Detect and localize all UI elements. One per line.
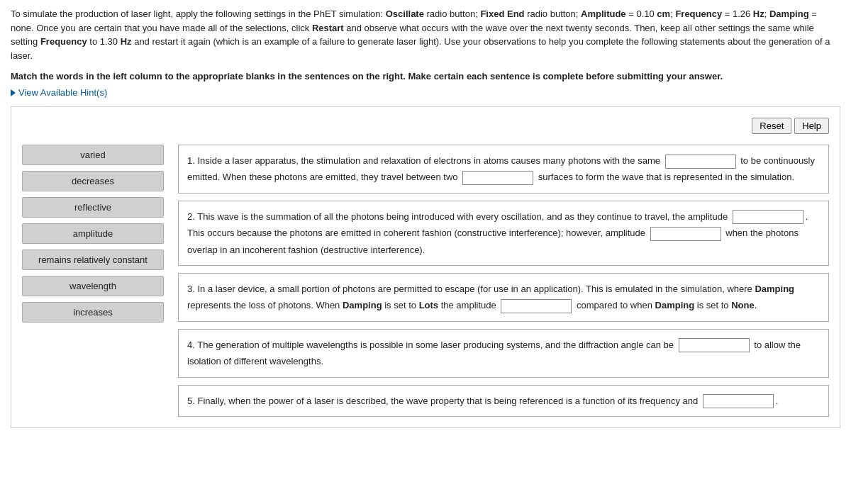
sentence-4-box: 4. The generation of multiple wavelength… [178, 329, 829, 378]
word-amplitude[interactable]: amplitude [22, 223, 164, 244]
main-container: Reset Help varied decreases reflective a… [11, 106, 840, 428]
left-column: varied decreases reflective amplitude re… [22, 145, 164, 417]
sentence-5-text-b: . [776, 396, 779, 406]
blank-5a[interactable] [703, 394, 774, 408]
word-wavelength[interactable]: wavelength [22, 276, 164, 296]
exercise-area: varied decreases reflective amplitude re… [22, 145, 829, 417]
word-reflective[interactable]: reflective [22, 197, 164, 218]
right-column: 1. Inside a laser apparatus, the stimula… [178, 145, 829, 417]
word-varied[interactable]: varied [22, 145, 164, 165]
instructions-text: To simulate the production of laser ligh… [11, 7, 840, 62]
blank-2a[interactable] [733, 210, 803, 224]
blank-2b[interactable] [650, 227, 721, 241]
sentence-2-box: 2. This wave is the summation of all the… [178, 201, 829, 266]
sentence-5-box: 5. Finally, when the power of a laser is… [178, 385, 829, 417]
sentence-4-text-a: 4. The generation of multiple wavelength… [187, 340, 677, 350]
hint-link-label: View Available Hint(s) [18, 87, 107, 98]
sentence-1-box: 1. Inside a laser apparatus, the stimula… [178, 145, 829, 194]
reset-button[interactable]: Reset [752, 118, 791, 134]
sentence-1-text-a: 1. Inside a laser apparatus, the stimula… [187, 155, 663, 166]
match-instruction: Match the words in the left column to th… [11, 71, 840, 82]
sentence-2-text-a: 2. This wave is the summation of all the… [187, 211, 730, 222]
blank-4a[interactable] [679, 338, 750, 352]
hint-link[interactable]: View Available Hint(s) [11, 87, 840, 98]
word-increases[interactable]: increases [22, 302, 164, 323]
blank-3a[interactable] [501, 299, 572, 313]
sentence-1-text-c: surfaces to form the wave that is repres… [535, 172, 794, 182]
help-button[interactable]: Help [794, 118, 829, 134]
word-remains-relatively-constant[interactable]: remains relatively constant [22, 250, 164, 270]
hint-arrow-icon [11, 89, 16, 96]
sentence-3-text-b: compared to when Damping is set to None. [574, 300, 757, 310]
word-decreases[interactable]: decreases [22, 171, 164, 191]
blank-1a[interactable] [665, 155, 736, 169]
sentence-3-box: 3. In a laser device, a small portion of… [178, 273, 829, 322]
blank-1b[interactable] [462, 171, 533, 185]
sentence-5-text-a: 5. Finally, when the power of a laser is… [187, 396, 701, 406]
top-buttons: Reset Help [22, 118, 829, 134]
